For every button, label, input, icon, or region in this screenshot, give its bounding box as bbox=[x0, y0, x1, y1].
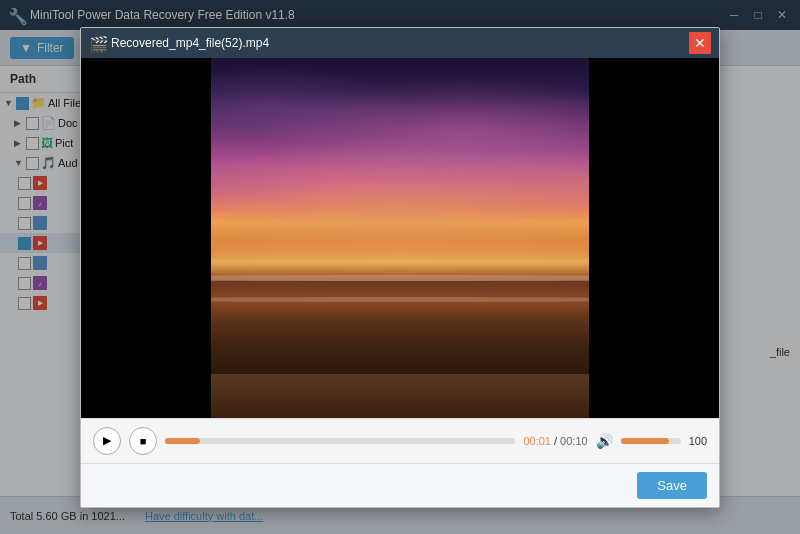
time-current: 00:01 bbox=[523, 435, 551, 447]
time-total: 00:10 bbox=[560, 435, 588, 447]
modal-overlay: 🎬 Recovered_mp4_file(52).mp4 ✕ bbox=[0, 0, 800, 534]
modal-title-bar: 🎬 Recovered_mp4_file(52).mp4 ✕ bbox=[81, 28, 719, 58]
save-button[interactable]: Save bbox=[637, 472, 707, 499]
video-frame bbox=[81, 58, 719, 418]
play-button[interactable]: ▶ bbox=[93, 427, 121, 455]
progress-bar[interactable] bbox=[165, 438, 515, 444]
volume-icon: 🔊 bbox=[596, 433, 613, 449]
stop-icon: ■ bbox=[140, 435, 147, 447]
black-bar-left bbox=[81, 58, 211, 418]
volume-fill bbox=[621, 438, 669, 444]
modal-title: Recovered_mp4_file(52).mp4 bbox=[111, 36, 689, 50]
volume-bar[interactable] bbox=[621, 438, 681, 444]
video-preview-area bbox=[81, 58, 719, 418]
volume-label: 100 bbox=[689, 435, 707, 447]
time-display: 00:01 / 00:10 bbox=[523, 435, 587, 447]
play-icon: ▶ bbox=[103, 434, 111, 447]
modal-close-button[interactable]: ✕ bbox=[689, 32, 711, 54]
app-window: 🔧 MiniTool Power Data Recovery Free Edit… bbox=[0, 0, 800, 534]
preview-modal: 🎬 Recovered_mp4_file(52).mp4 ✕ bbox=[80, 27, 720, 508]
progress-fill bbox=[165, 438, 200, 444]
modal-file-icon: 🎬 bbox=[89, 35, 105, 51]
media-controls: ▶ ■ 00:01 / 00:10 🔊 100 bbox=[81, 418, 719, 463]
black-bar-right bbox=[589, 58, 719, 418]
stop-button[interactable]: ■ bbox=[129, 427, 157, 455]
modal-footer: Save bbox=[81, 463, 719, 507]
